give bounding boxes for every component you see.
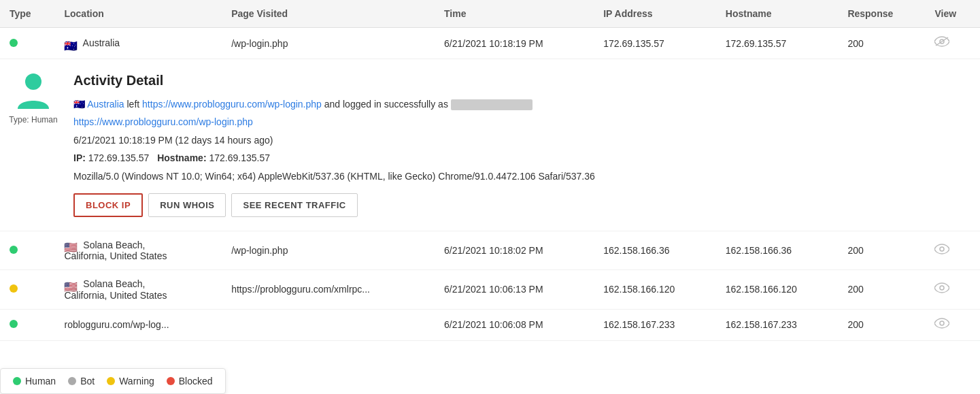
col-hostname: Hostname <box>716 0 839 28</box>
detail-content: Activity Detail 🇦🇺 Australia left https:… <box>73 73 970 217</box>
hostname-text: 162.158.166.120 <box>726 284 797 295</box>
type-cell <box>0 28 54 59</box>
block-ip-button[interactable]: BLOCK IP <box>73 193 143 217</box>
flag-icon: 🇺🇸 <box>64 241 78 250</box>
table-row: 🇺🇸 Solana Beach, California, United Stat… <box>0 270 980 309</box>
detail-title: Activity Detail <box>73 73 970 88</box>
svg-point-3 <box>940 247 944 251</box>
page-visited-text: /wp-login.php <box>231 38 288 49</box>
ip-cell: 172.69.135.57 <box>594 28 716 59</box>
col-ip-address: IP Address <box>594 0 716 28</box>
location-cell: 🇦🇺 Australia <box>54 28 222 59</box>
avatar-figure: Type: Human <box>10 73 57 120</box>
page-visited-text: https://problogguru.com/xmlrpc... <box>231 284 370 295</box>
ip-text: 162.158.167.233 <box>603 319 675 330</box>
flag-icon: 🇦🇺 <box>64 39 78 49</box>
detail-action-text: left <box>126 99 142 110</box>
ip-text: 162.158.166.120 <box>603 284 675 295</box>
view-icon[interactable] <box>934 36 949 50</box>
table-row: roblogguru.com/wp-log... 6/21/2021 10:06… <box>0 309 980 340</box>
location-text: Australia <box>83 37 120 48</box>
hostname-cell: 162.158.166.120 <box>716 270 839 309</box>
page-visited-cell <box>222 309 435 340</box>
detail-user-agent: Mozilla/5.0 (Windows NT 10.0; Win64; x64… <box>73 169 970 184</box>
detail-row: Type: Human Activity Detail 🇦🇺 Australia… <box>0 59 980 231</box>
location-text: roblogguru.com/wp-log... <box>64 319 169 330</box>
response-text: 200 <box>847 284 863 295</box>
location-text: Solana Beach, California, United States <box>64 240 167 261</box>
flag-icon: 🇺🇸 <box>64 280 78 290</box>
ip-cell: 162.158.166.120 <box>594 270 716 309</box>
redacted-username <box>451 99 533 110</box>
status-dot-green <box>10 39 18 47</box>
response-cell: 200 <box>838 309 925 340</box>
ip-cell: 162.158.166.36 <box>594 231 716 269</box>
svg-point-2 <box>25 73 41 90</box>
page-visited-cell: /wp-login.php <box>222 231 435 269</box>
hostname-value: 172.69.135.57 <box>209 152 270 163</box>
ip-value: 172.69.135.57 <box>88 152 150 163</box>
hostname-cell: 162.158.166.36 <box>716 231 839 269</box>
ip-cell: 162.158.167.233 <box>594 309 716 340</box>
detail-cell: Type: Human Activity Detail 🇦🇺 Australia… <box>0 59 980 231</box>
view-icon[interactable] <box>934 282 949 296</box>
svg-point-5 <box>940 321 944 325</box>
detail-inner: Type: Human Activity Detail 🇦🇺 Australia… <box>10 73 970 217</box>
view-icon[interactable] <box>934 318 949 331</box>
svg-point-4 <box>940 286 944 290</box>
detail-url1-link[interactable]: https://www.problogguru.com/wp-login.php <box>142 99 322 110</box>
view-cell[interactable] <box>925 231 980 269</box>
location-cell: 🇺🇸 Solana Beach, California, United Stat… <box>54 270 222 309</box>
hostname-label: Hostname: <box>157 152 206 163</box>
svg-line-0 <box>936 37 948 46</box>
detail-description: 🇦🇺 Australia left https://www.probloggur… <box>73 97 970 112</box>
hostname-cell: 172.69.135.57 <box>716 28 839 59</box>
detail-ip-hostname: IP: 172.69.135.57 Hostname: 172.69.135.5… <box>73 150 970 165</box>
location-text: Solana Beach, California, United States <box>64 278 167 300</box>
hostname-text: 172.69.135.57 <box>726 38 787 49</box>
time-text: 6/21/2021 10:18:19 PM <box>444 38 543 49</box>
col-view: View <box>925 0 980 28</box>
view-icon[interactable] <box>934 244 949 257</box>
traffic-table: Type Location Page Visited Time IP Addre… <box>0 0 980 341</box>
detail-avatar: Type: Human <box>10 73 57 120</box>
time-cell: 6/21/2021 10:18:19 PM <box>435 28 594 59</box>
detail-action-text2: and logged in successfully as <box>324 99 451 110</box>
response-cell: 200 <box>838 28 925 59</box>
detail-url2-line: https://www.problogguru.com/wp-login.php <box>73 114 970 129</box>
type-cell <box>0 309 54 340</box>
response-text: 200 <box>847 319 863 330</box>
page-visited-cell: https://problogguru.com/xmlrpc... <box>222 270 435 309</box>
detail-buttons: BLOCK IP RUN WHOIS SEE RECENT TRAFFIC <box>73 193 970 217</box>
time-cell: 6/21/2021 10:06:13 PM <box>435 270 594 309</box>
ip-text: 162.158.166.36 <box>603 245 669 256</box>
see-recent-traffic-button[interactable]: SEE RECENT TRAFFIC <box>231 193 357 217</box>
hostname-text: 162.158.167.233 <box>726 319 797 330</box>
view-cell[interactable] <box>925 309 980 340</box>
table-row: 🇺🇸 Solana Beach, California, United Stat… <box>0 231 980 269</box>
col-type: Type <box>0 0 54 28</box>
person-icon <box>16 69 50 112</box>
type-cell <box>0 270 54 309</box>
col-response: Response <box>838 0 925 28</box>
view-cell[interactable] <box>925 28 980 59</box>
col-time: Time <box>435 0 594 28</box>
detail-country-link[interactable]: Australia <box>87 99 124 110</box>
detail-url2-link[interactable]: https://www.problogguru.com/wp-login.php <box>73 116 253 127</box>
response-text: 200 <box>847 245 863 256</box>
status-dot-green <box>10 246 18 254</box>
view-cell[interactable] <box>925 270 980 309</box>
col-page-visited: Page Visited <box>222 0 435 28</box>
response-cell: 200 <box>838 270 925 309</box>
detail-datetime: 6/21/2021 10:18:19 PM (12 days 14 hours … <box>73 133 970 148</box>
detail-flag: 🇦🇺 <box>73 99 85 110</box>
run-whois-button[interactable]: RUN WHOIS <box>148 193 226 217</box>
page-visited-text: /wp-login.php <box>231 245 288 256</box>
type-cell <box>0 231 54 269</box>
time-cell: 6/21/2021 10:18:02 PM <box>435 231 594 269</box>
col-location: Location <box>54 0 222 28</box>
location-cell: 🇺🇸 Solana Beach, California, United Stat… <box>54 231 222 269</box>
table-header-row: Type Location Page Visited Time IP Addre… <box>0 0 980 28</box>
traffic-table-container: Type Location Page Visited Time IP Addre… <box>0 0 980 341</box>
time-text: 6/21/2021 10:06:13 PM <box>444 284 543 295</box>
